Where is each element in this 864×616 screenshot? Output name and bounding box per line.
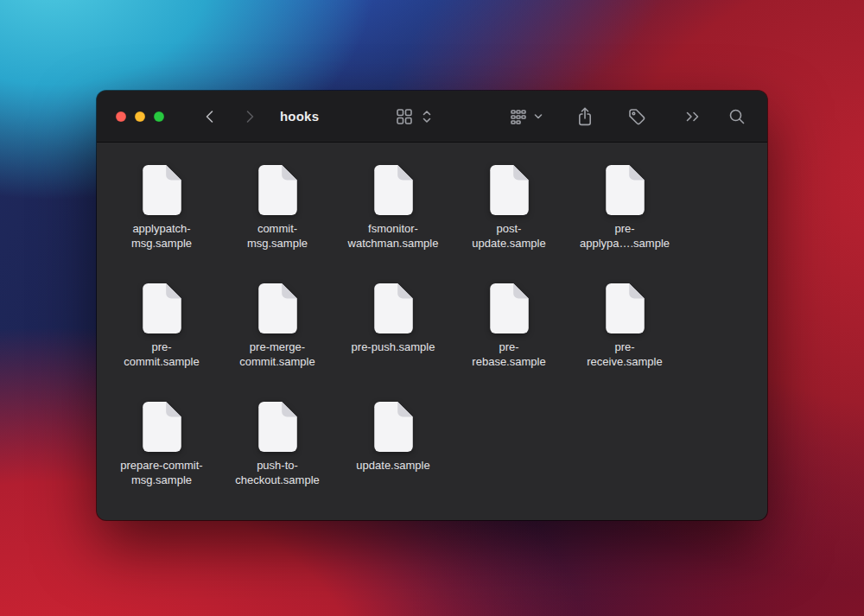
- file-label: pre-merge-commit.sample: [239, 340, 314, 369]
- file-label: post-update.sample: [472, 221, 545, 251]
- back-button[interactable]: [200, 106, 219, 127]
- chevron-left-icon: [207, 111, 213, 122]
- finder-window: hooks: [97, 91, 767, 520]
- chevron-right-icon: [248, 111, 253, 122]
- file-label: prepare-commit-msg.sample: [120, 458, 202, 487]
- document-icon: [605, 165, 645, 215]
- file-label: pre-commit.sample: [124, 340, 199, 369]
- group-by-button[interactable]: [509, 107, 544, 126]
- document-icon: [257, 402, 297, 452]
- document-icon: [142, 283, 181, 333]
- icon-view-button[interactable]: [394, 106, 415, 127]
- zoom-button[interactable]: [154, 111, 164, 122]
- file-label: pre-receive.sample: [587, 340, 662, 369]
- finder-content: applypatch-msg.sample commit-msg.sample …: [97, 143, 767, 520]
- file-label: pre-rebase.sample: [472, 340, 545, 369]
- file-label: fsmonitor-watchman.sample: [348, 221, 439, 251]
- file-grid: applypatch-msg.sample commit-msg.sample …: [104, 165, 767, 520]
- grid-view-icon: [396, 108, 413, 125]
- file-item[interactable]: pre-merge-commit.sample: [219, 283, 335, 402]
- file-item[interactable]: push-to-checkout.sample: [219, 402, 335, 520]
- document-icon: [373, 283, 413, 333]
- file-item[interactable]: prepare-commit-msg.sample: [104, 402, 219, 520]
- file-item[interactable]: pre-commit.sample: [104, 283, 219, 402]
- file-label: pre-push.sample: [352, 340, 435, 354]
- file-label: pre-applypa….sample: [580, 221, 670, 251]
- window-titlebar[interactable]: hooks: [97, 91, 767, 143]
- double-chevron-right-icon: [684, 109, 702, 124]
- file-item[interactable]: pre-push.sample: [335, 283, 451, 402]
- file-label: applypatch-msg.sample: [131, 221, 192, 251]
- document-icon: [373, 402, 413, 452]
- more-toolbar-items-button[interactable]: [683, 107, 703, 126]
- document-icon: [489, 165, 529, 215]
- file-item[interactable]: fsmonitor-watchman.sample: [335, 165, 451, 283]
- file-item[interactable]: applypatch-msg.sample: [104, 165, 219, 283]
- file-item[interactable]: post-update.sample: [451, 165, 567, 283]
- forward-button[interactable]: [240, 106, 259, 127]
- search-button[interactable]: [726, 105, 748, 128]
- window-title: hooks: [280, 109, 319, 124]
- chevron-down-icon: [534, 113, 543, 120]
- tag-icon: [627, 107, 646, 126]
- document-icon: [142, 402, 181, 452]
- file-item[interactable]: commit-msg.sample: [219, 165, 335, 283]
- document-icon: [142, 165, 181, 215]
- document-icon: [257, 165, 297, 215]
- file-label: commit-msg.sample: [247, 221, 308, 251]
- group-by-icon: [511, 109, 528, 124]
- file-item[interactable]: pre-receive.sample: [567, 283, 683, 402]
- up-down-chevrons-icon: [422, 109, 432, 124]
- close-button[interactable]: [116, 111, 126, 122]
- document-icon: [257, 283, 297, 333]
- document-icon: [605, 283, 645, 333]
- traffic-lights: [116, 111, 164, 122]
- file-item[interactable]: pre-rebase.sample: [451, 283, 567, 402]
- share-button[interactable]: [574, 105, 596, 129]
- file-label: update.sample: [356, 458, 429, 473]
- file-item[interactable]: update.sample: [335, 402, 451, 520]
- file-item[interactable]: pre-applypa….sample: [567, 165, 683, 283]
- tag-button[interactable]: [626, 105, 648, 128]
- view-stepper-button[interactable]: [420, 107, 434, 126]
- minimize-button[interactable]: [135, 111, 145, 122]
- file-label: push-to-checkout.sample: [235, 458, 320, 487]
- share-icon: [575, 106, 594, 127]
- search-icon: [727, 107, 746, 126]
- document-icon: [373, 165, 413, 215]
- document-icon: [489, 283, 529, 333]
